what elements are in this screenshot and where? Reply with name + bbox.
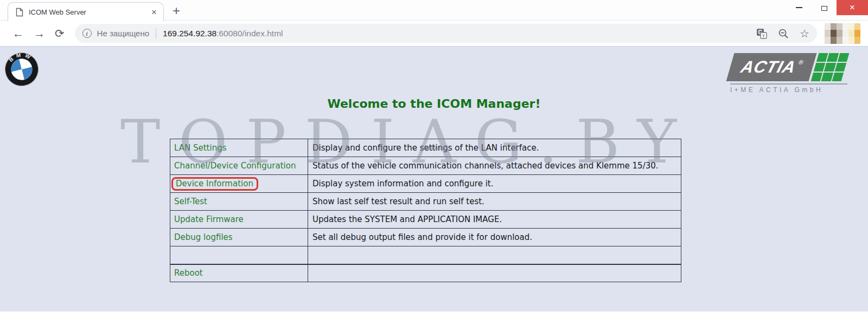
url-text: 169.254.92.38:60080/index.html <box>163 29 283 38</box>
svg-text:T: T <box>762 33 765 38</box>
table-row: Update Firmware Updates the SYSTEM and A… <box>170 211 681 229</box>
desc-update-firmware: Updates the SYSTEM and APPLICATION IMAGE… <box>308 211 681 229</box>
forward-button[interactable]: → <box>29 28 50 39</box>
titlebar: ICOM Web Server × + × <box>0 0 868 21</box>
browser-toolbar: ← → ⟳ i Не защищено 169.254.92.38:60080/… <box>0 21 868 47</box>
link-reboot[interactable]: Reboot <box>174 268 203 278</box>
omnibox-divider <box>156 28 156 39</box>
new-tab-button[interactable]: + <box>173 3 180 18</box>
link-update-firmware[interactable]: Update Firmware <box>174 214 244 224</box>
link-self-test[interactable]: Self-Test <box>174 197 207 206</box>
link-device-information[interactable]: Device Information <box>171 177 258 191</box>
link-debug-logfiles[interactable]: Debug logfiles <box>174 232 233 242</box>
actia-subtitle: I+ME ACTIA GmbH <box>730 86 847 94</box>
browser-tab[interactable]: ICOM Web Server × <box>8 2 164 21</box>
translate-icon[interactable]: G T <box>756 28 767 39</box>
address-bar[interactable]: i Не защищено 169.254.92.38:60080/index.… <box>75 24 817 43</box>
page-content: BMW ACTIA® I+ME ACTIA GmbH Welcome to th… <box>0 47 868 311</box>
back-button[interactable]: ← <box>8 28 29 39</box>
link-channel-device-configuration[interactable]: Channel/Device Configuration <box>174 161 296 171</box>
minimize-icon <box>796 7 802 8</box>
desc-lan-settings: Display and configure the settings of th… <box>308 139 681 157</box>
bookmark-star-icon[interactable]: ☆ <box>800 28 809 39</box>
desc-reboot <box>308 264 681 282</box>
browser-window: ICOM Web Server × + × ← → ⟳ i Не защищен… <box>0 0 868 312</box>
profile-avatar[interactable] <box>825 23 860 44</box>
table-row: Self-Test Show last self test result and… <box>170 193 681 211</box>
link-lan-settings[interactable]: LAN Settings <box>174 143 226 153</box>
url-path: :60080/index.html <box>216 29 283 38</box>
site-info-icon[interactable]: i <box>82 29 92 38</box>
reload-button[interactable]: ⟳ <box>50 28 69 39</box>
url-host: 169.254.92.38 <box>163 29 216 38</box>
bmw-logo: BMW <box>4 52 39 87</box>
table-row: Debug logfiles Set all debug output file… <box>170 229 681 246</box>
tab-title: ICOM Web Server <box>29 8 150 16</box>
zoom-out-icon[interactable] <box>778 28 789 39</box>
desc-channel-device-configuration: Status of the vehicle communication chan… <box>308 157 681 175</box>
desc-device-information: Display system information and configure… <box>308 175 681 193</box>
desc-self-test: Show last self test result and run self … <box>308 193 681 211</box>
actia-logo: ACTIA® I+ME ACTIA GmbH <box>730 53 847 94</box>
restore-icon <box>821 6 827 11</box>
restore-button[interactable] <box>812 0 837 15</box>
actia-brand-text: ACTIA <box>738 57 798 77</box>
table-row: Device Information Display system inform… <box>170 175 681 193</box>
table-row: Channel/Device Configuration Status of t… <box>170 157 681 175</box>
actia-logo-plate: ACTIA® <box>726 53 852 81</box>
close-window-button[interactable]: × <box>837 0 868 15</box>
actia-registered-mark: ® <box>797 59 805 66</box>
tab-close-icon[interactable]: × <box>150 8 158 17</box>
table-row-empty <box>170 246 681 264</box>
empty-cell <box>308 246 681 264</box>
page-title: Welcome to the ICOM Manager! <box>0 97 868 110</box>
icom-menu-table: LAN Settings Display and configure the s… <box>170 139 681 282</box>
desc-debug-logfiles: Set all debug output files and provide i… <box>308 229 681 246</box>
minimize-button[interactable] <box>787 0 812 15</box>
table-row: LAN Settings Display and configure the s… <box>170 139 681 157</box>
favicon-page-icon <box>16 8 23 17</box>
actia-green-grid <box>811 53 850 81</box>
actia-divider-line <box>730 83 847 84</box>
table-row: Reboot <box>170 264 681 282</box>
window-controls: × <box>787 0 868 15</box>
security-label[interactable]: Не защищено <box>97 29 149 38</box>
